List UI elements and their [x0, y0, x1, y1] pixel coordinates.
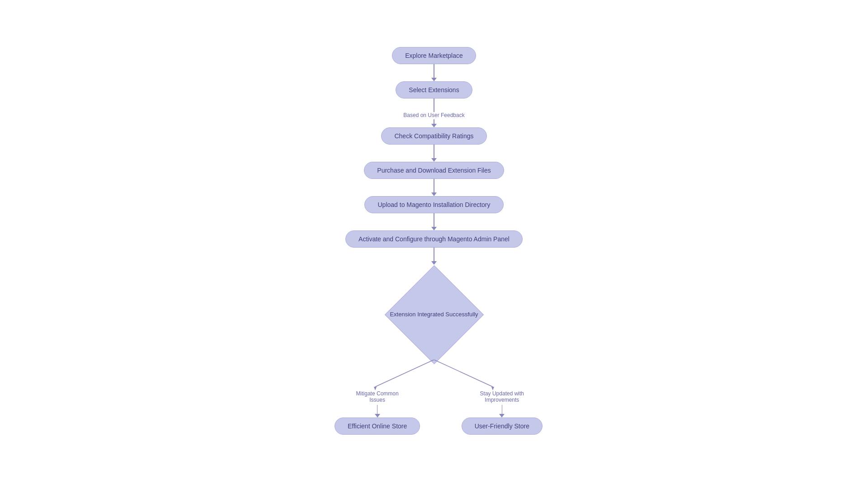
arrow-1	[431, 64, 437, 81]
arrow-5	[431, 213, 437, 230]
node-explore: Explore Marketplace	[392, 47, 476, 64]
arrow-2b	[431, 119, 437, 127]
node-select: Select Extensions	[396, 81, 472, 99]
arrow-right	[499, 405, 505, 418]
arrow-left	[375, 405, 380, 418]
branch-left: Mitigate Common Issues Efficient Online …	[335, 390, 420, 435]
flowchart: Explore Marketplace Select Extensions Ba…	[321, 47, 547, 441]
label-update: Stay Updated with Improvements	[472, 390, 531, 403]
node-diamond-container: Extension Integrated Successfully	[384, 265, 484, 364]
node-userfriendly: User-Friendly Store	[462, 418, 542, 435]
node-diamond-text: Extension Integrated Successfully	[385, 310, 482, 319]
branch-section: Mitigate Common Issues Efficient Online …	[321, 364, 547, 441]
node-activate: Activate and Configure through Magento A…	[345, 230, 523, 248]
label-mitigate: Mitigate Common Issues	[348, 390, 407, 403]
arrow-2	[434, 99, 434, 112]
arrow-6	[431, 248, 437, 265]
arrow-3	[431, 145, 437, 162]
svg-marker-1	[374, 387, 377, 390]
annotation-feedback: Based on User Feedback	[403, 112, 464, 118]
node-efficient: Efficient Online Store	[335, 418, 420, 435]
node-compatibility: Check Compatibility Ratings	[381, 127, 486, 145]
branch-lines-svg	[321, 360, 547, 391]
svg-line-0	[375, 360, 434, 387]
node-purchase: Purchase and Download Extension Files	[364, 162, 504, 179]
svg-line-2	[434, 360, 493, 387]
node-upload: Upload to Magento Installation Directory	[364, 196, 503, 213]
arrow-4	[431, 179, 437, 196]
svg-marker-3	[491, 387, 494, 390]
branch-right: Stay Updated with Improvements User-Frie…	[462, 390, 542, 435]
